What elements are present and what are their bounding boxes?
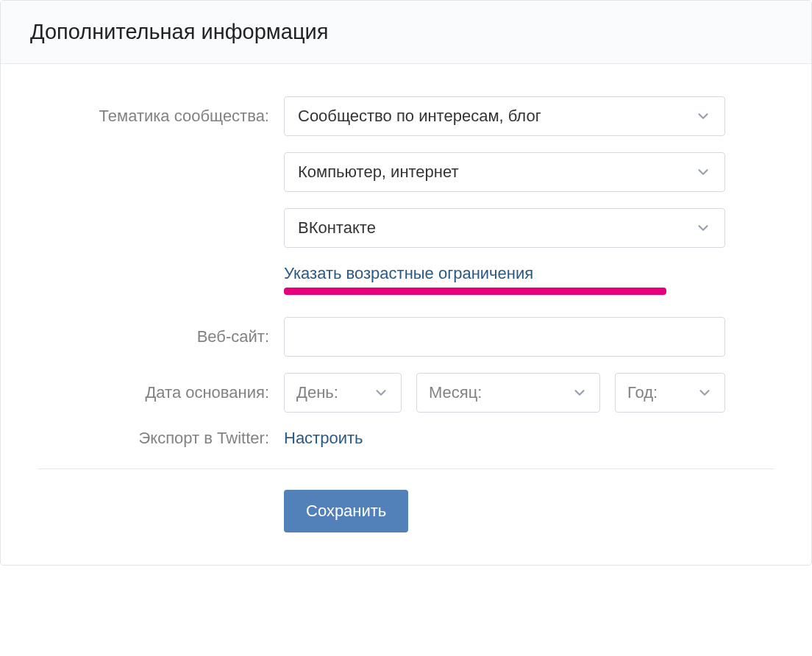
topic-select-1[interactable]: Сообщество по интересам, блог [284,96,725,136]
twitter-configure-link[interactable]: Настроить [284,429,363,448]
chevron-down-icon [697,385,713,401]
twitter-row: Экспорт в Twitter: Настроить [38,429,774,448]
divider [38,468,774,469]
age-restriction-control: Указать возрастные ограничения [284,264,725,295]
topic-row: Тематика сообщества: Сообщество по интер… [38,96,774,248]
year-select-value: Год: [627,383,658,402]
topic-select-1-value: Сообщество по интересам, блог [298,107,541,126]
website-label: Веб-сайт: [38,327,284,346]
twitter-control: Настроить [284,429,725,448]
month-select[interactable]: Месяц: [416,373,600,413]
panel-title: Дополнительная информация [30,20,782,44]
panel-header: Дополнительная информация [1,1,811,64]
footer: Сохранить [38,490,774,557]
website-input[interactable] [284,317,725,357]
chevron-down-icon [695,220,711,236]
day-select-value: День: [296,383,338,402]
chevron-down-icon [695,108,711,124]
age-restriction-link[interactable]: Указать возрастные ограничения [284,264,533,283]
chevron-down-icon [571,385,588,401]
twitter-label: Экспорт в Twitter: [38,429,284,448]
chevron-down-icon [373,385,389,401]
topic-controls: Сообщество по интересам, блог Компьютер,… [284,96,725,248]
topic-select-3-value: ВКонтакте [298,218,376,238]
year-select[interactable]: Год: [615,373,725,413]
founded-row: Дата основания: День: Месяц: Год: [38,373,774,413]
highlight-underline [284,288,666,295]
month-select-value: Месяц: [429,383,482,402]
day-select[interactable]: День: [284,373,402,413]
panel-body: Тематика сообщества: Сообщество по интер… [1,64,811,565]
topic-select-2[interactable]: Компьютер, интернет [284,152,725,192]
topic-select-2-value: Компьютер, интернет [298,163,459,182]
age-restriction-row: Указать возрастные ограничения [38,264,774,295]
topic-select-3[interactable]: ВКонтакте [284,208,725,248]
save-button[interactable]: Сохранить [284,490,408,532]
website-row: Веб-сайт: [38,317,774,357]
founded-label: Дата основания: [38,383,284,402]
topic-label: Тематика сообщества: [38,96,284,126]
founded-controls: День: Месяц: Год: [284,373,725,413]
website-control [284,317,725,357]
additional-info-panel: Дополнительная информация Тематика сообщ… [0,0,812,566]
chevron-down-icon [695,164,711,180]
